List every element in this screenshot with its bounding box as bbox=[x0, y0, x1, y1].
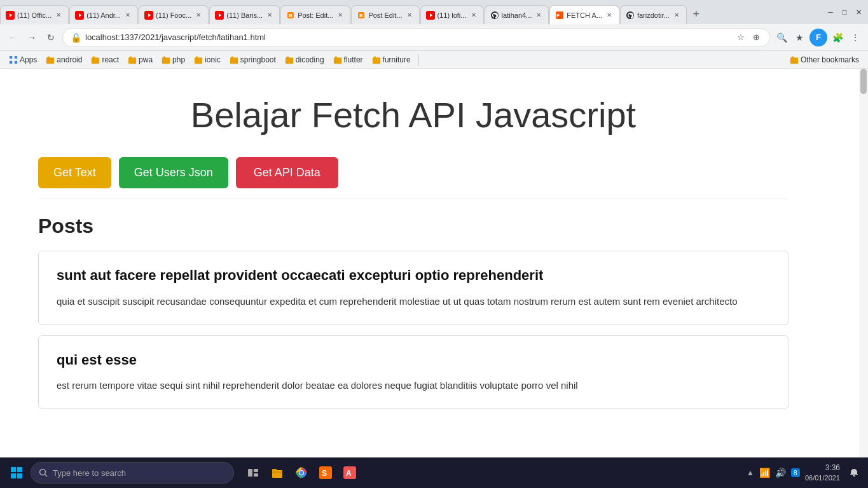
page-inner: Belajar Fetch API Javascript Get Text Ge… bbox=[0, 69, 827, 432]
chrome-icon bbox=[295, 466, 308, 479]
address-icons: ☆ ⊕ bbox=[735, 32, 762, 43]
back-button[interactable]: ← bbox=[5, 30, 20, 45]
start-button[interactable] bbox=[5, 461, 28, 484]
post-1-body: quia et suscipit suscipit recusandae con… bbox=[57, 294, 770, 309]
taskbar-app-sublime[interactable]: S bbox=[314, 461, 337, 484]
taskbar-app-chrome[interactable] bbox=[290, 461, 313, 484]
bookmark-apps[interactable]: Apps bbox=[5, 54, 41, 66]
bookmark-pwa[interactable]: pwa bbox=[124, 54, 156, 66]
svg-text:A: A bbox=[346, 469, 352, 478]
bookmark-react[interactable]: react bbox=[87, 54, 123, 66]
bookmark-android[interactable]: android bbox=[42, 54, 86, 66]
reload-button[interactable]: ↻ bbox=[43, 30, 59, 45]
folder-icon-pwa bbox=[128, 55, 137, 64]
other-bookmarks-label: Other bookmarks bbox=[801, 55, 859, 64]
svg-rect-17 bbox=[46, 57, 54, 64]
svg-rect-34 bbox=[373, 56, 376, 58]
tab-3[interactable]: (11) Fooc... ✕ bbox=[139, 5, 209, 24]
profile-icon[interactable]: F bbox=[809, 29, 827, 46]
svg-rect-16 bbox=[15, 60, 17, 63]
tab-8-label: latihan4... bbox=[502, 11, 532, 19]
bookmark-page-icon[interactable]: ☆ bbox=[735, 32, 747, 43]
tab-4[interactable]: (11) Baris... ✕ bbox=[209, 5, 280, 24]
bookmarks-divider bbox=[418, 54, 419, 66]
taskbar-search[interactable]: Type here to search bbox=[31, 462, 234, 484]
tab-7-label: (11) lofi... bbox=[437, 11, 467, 19]
bookmark-ionic-label: ionic bbox=[205, 55, 221, 64]
bookmark-dicoding[interactable]: dicoding bbox=[281, 54, 328, 66]
tab-6[interactable]: B Post Edit... ✕ bbox=[351, 5, 419, 24]
other-bookmarks[interactable]: Other bookmarks bbox=[786, 54, 863, 66]
bookmark-ionic[interactable]: ionic bbox=[190, 54, 224, 66]
tab-3-close[interactable]: ✕ bbox=[194, 11, 203, 20]
bookmark-furniture[interactable]: furniture bbox=[368, 54, 415, 66]
scrollbar-thumb[interactable] bbox=[860, 69, 867, 94]
taskbar-time: 3:36 bbox=[805, 463, 840, 473]
new-tab-button[interactable]: + bbox=[687, 5, 705, 23]
address-bar[interactable]: 🔒 localhost:1337/2021/javascript/fetch/l… bbox=[62, 28, 770, 47]
tab-1-close[interactable]: ✕ bbox=[54, 11, 63, 20]
tab-10[interactable]: farizdotir... ✕ bbox=[620, 5, 687, 24]
svg-rect-14 bbox=[15, 55, 17, 58]
tab-5[interactable]: B Post: Edit... ✕ bbox=[280, 5, 350, 24]
posts-heading: Posts bbox=[38, 214, 789, 238]
star-icon[interactable]: ★ bbox=[792, 30, 807, 45]
svg-rect-33 bbox=[372, 57, 380, 64]
folder-icon-dicoding bbox=[285, 55, 294, 64]
bookmark-apps-label: Apps bbox=[20, 55, 37, 64]
tab-4-close[interactable]: ✕ bbox=[265, 11, 274, 20]
svg-point-41 bbox=[40, 470, 46, 475]
post-2-title: qui est esse bbox=[57, 351, 770, 370]
get-users-button[interactable]: Get Users Json bbox=[119, 157, 228, 188]
taskbar-app-extra[interactable]: A bbox=[338, 461, 361, 484]
address-url[interactable]: localhost:1337/2021/javascript/fetch/lat… bbox=[85, 32, 735, 42]
svg-rect-39 bbox=[11, 473, 16, 478]
tab-7-close[interactable]: ✕ bbox=[469, 11, 478, 20]
get-text-button[interactable]: Get Text bbox=[38, 157, 111, 188]
tab-8-close[interactable]: ✕ bbox=[534, 11, 543, 20]
bookmark-php[interactable]: php bbox=[158, 54, 189, 66]
notification-icon bbox=[849, 468, 859, 478]
settings-icon[interactable]: ⋮ bbox=[848, 30, 863, 45]
page-title: Belajar Fetch API Javascript bbox=[38, 81, 789, 142]
tab-9[interactable]: F FETCH A... ✕ bbox=[549, 5, 619, 24]
tab-2-close[interactable]: ✕ bbox=[123, 11, 132, 20]
svg-rect-43 bbox=[248, 469, 252, 477]
tab-7[interactable]: (11) lofi... ✕ bbox=[420, 5, 484, 24]
taskbar-app-file-explorer[interactable] bbox=[266, 461, 289, 484]
folder-icon-flutter bbox=[333, 55, 342, 64]
notification-center-button[interactable] bbox=[845, 464, 863, 482]
volume-icon[interactable]: 🔊 bbox=[775, 468, 786, 478]
bookmark-springboot[interactable]: springboot bbox=[226, 54, 280, 66]
tab-5-close[interactable]: ✕ bbox=[336, 11, 345, 20]
extensions-icon[interactable]: 🧩 bbox=[830, 30, 845, 45]
svg-rect-47 bbox=[272, 469, 277, 471]
get-api-button[interactable]: Get API Data bbox=[236, 157, 338, 188]
tab-8-favicon bbox=[490, 11, 499, 20]
taskbar-notification-badge[interactable]: 8 bbox=[791, 468, 800, 477]
tab-1[interactable]: (11) Offic... ✕ bbox=[0, 5, 69, 24]
minimize-button[interactable]: ─ bbox=[826, 8, 835, 17]
maximize-button[interactable]: □ bbox=[840, 8, 849, 17]
taskbar-chevron-icon[interactable]: ▲ bbox=[747, 468, 754, 477]
bookmark-flutter[interactable]: flutter bbox=[329, 54, 367, 66]
tab-2[interactable]: (11) Andr... ✕ bbox=[69, 5, 138, 24]
tab-9-close[interactable]: ✕ bbox=[605, 11, 614, 20]
forward-button[interactable]: → bbox=[24, 30, 39, 45]
search-icon[interactable]: 🔍 bbox=[774, 30, 789, 45]
taskbar-app-task-view[interactable] bbox=[242, 461, 265, 484]
tab-6-label: Post Edit... bbox=[368, 11, 402, 19]
scrollbar-track[interactable] bbox=[859, 69, 868, 457]
svg-rect-35 bbox=[790, 57, 798, 64]
bookmarks-bar: Apps android react pwa php ionic springb… bbox=[0, 51, 868, 69]
tab-8[interactable]: latihan4... ✕ bbox=[485, 5, 549, 24]
folder-icon-android bbox=[46, 55, 55, 64]
tab-10-label: farizdotir... bbox=[637, 11, 670, 19]
network-icon[interactable]: 📶 bbox=[759, 468, 770, 478]
extension-icon[interactable]: ⊕ bbox=[750, 32, 762, 43]
tab-6-close[interactable]: ✕ bbox=[405, 11, 414, 20]
tab-10-close[interactable]: ✕ bbox=[672, 11, 681, 20]
close-window-button[interactable]: ✕ bbox=[854, 8, 863, 17]
svg-line-42 bbox=[45, 475, 48, 477]
taskbar-clock[interactable]: 3:36 06/01/2021 bbox=[805, 463, 840, 483]
